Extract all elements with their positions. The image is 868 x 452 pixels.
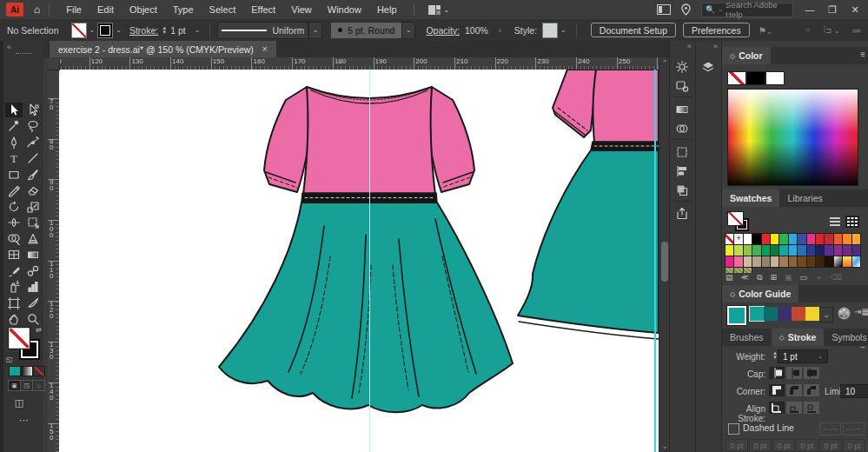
opacity-label[interactable]: Opacity: xyxy=(426,25,460,36)
tool-width[interactable] xyxy=(5,216,23,230)
tab-brushes[interactable]: Brushes xyxy=(722,329,772,346)
pathfinder-icon[interactable] xyxy=(675,183,691,199)
workspace-switcher[interactable]: ⌄ xyxy=(428,5,450,15)
tool-hand[interactable] xyxy=(5,312,23,327)
limit-color-group-icon[interactable]: ⇥▦ xyxy=(854,307,868,316)
artboard-canvas[interactable] xyxy=(59,70,659,452)
color-guide-base-swatch[interactable] xyxy=(727,306,746,325)
stroke-weight-value[interactable]: 1 pt xyxy=(170,25,186,36)
menu-effect[interactable]: Effect xyxy=(243,4,283,15)
appearance-icon[interactable] xyxy=(675,79,691,95)
tab-stroke[interactable]: ◇ Stroke xyxy=(772,329,825,346)
adjustments-icon[interactable] xyxy=(675,60,691,76)
dash-preserve-icon[interactable]: ⌐--¬ xyxy=(819,422,841,435)
draw-inside-mode-button[interactable]: ◎ xyxy=(32,380,45,391)
cap-round-button[interactable] xyxy=(786,367,802,379)
new-color-group-icon[interactable]: ⊞ xyxy=(770,273,777,282)
gradient-icon[interactable] xyxy=(675,103,691,118)
pin-icon[interactable] xyxy=(681,3,691,16)
menu-type[interactable]: Type xyxy=(165,4,202,15)
tool-curvature[interactable] xyxy=(24,135,42,150)
swatch-list-view-icon[interactable] xyxy=(828,216,842,228)
menu-edit[interactable]: Edit xyxy=(89,4,122,15)
color-guide-swatch[interactable] xyxy=(778,307,792,321)
color-guide-chevron-icon[interactable]: ⌄ xyxy=(819,307,833,322)
style-chevron-icon[interactable]: ⌄ xyxy=(560,26,567,34)
color-spectrum[interactable] xyxy=(727,89,858,186)
stroke-weight-label[interactable]: Stroke: xyxy=(129,25,158,36)
fill-chevron-icon[interactable]: ⌄ xyxy=(89,26,96,34)
transform-icon[interactable] xyxy=(675,145,691,161)
swatch-grid-view-icon[interactable] xyxy=(845,216,859,228)
touch-workspace-icon[interactable]: ⁘ xyxy=(805,26,812,35)
stroke-weight-chevron-icon[interactable]: ⌄ xyxy=(195,26,201,34)
gradient-button[interactable] xyxy=(21,366,33,376)
tool-paintbrush[interactable] xyxy=(24,167,42,182)
add-icon[interactable]: ＋ xyxy=(815,272,823,283)
align-center-button[interactable] xyxy=(769,402,785,414)
edit-toolbar-button[interactable]: ⋯ xyxy=(16,413,33,428)
menu-select[interactable]: Select xyxy=(202,4,244,15)
tool-blend[interactable] xyxy=(24,263,42,278)
tool-line-segment[interactable] xyxy=(24,151,42,166)
strip1-expand-icon[interactable]: « xyxy=(670,41,696,53)
brush-select[interactable]: 5 pt. Round xyxy=(331,23,401,38)
swatch[interactable] xyxy=(851,256,861,268)
weight-value[interactable]: 1 pt⌄ xyxy=(778,349,828,363)
tool-shape-builder[interactable] xyxy=(5,231,23,246)
artwork-dress[interactable] xyxy=(59,70,659,452)
swatch[interactable] xyxy=(851,233,861,245)
tool-pen[interactable] xyxy=(5,135,23,150)
corner-round-button[interactable] xyxy=(786,384,802,396)
restore-button[interactable]: ❐ xyxy=(826,4,838,16)
limit-value[interactable]: 10 xyxy=(840,384,868,398)
edit-color-group-icon[interactable]: ⧉ xyxy=(757,273,762,282)
export-icon[interactable] xyxy=(675,207,691,223)
fill-swatch[interactable] xyxy=(9,328,30,349)
new-swatch-icon[interactable]: ▣ xyxy=(785,273,792,282)
align-inside-button[interactable] xyxy=(786,402,802,414)
tool-selection[interactable] xyxy=(5,103,23,117)
edit-colors-icon[interactable] xyxy=(837,306,851,322)
stroke-chevron-icon[interactable]: ⌄ xyxy=(116,26,122,34)
swatch-kinds-icon[interactable]: ≪ xyxy=(741,273,749,282)
corner-miter-button[interactable] xyxy=(769,384,785,396)
menu-help[interactable]: Help xyxy=(369,4,405,15)
color-none-swatch[interactable] xyxy=(727,71,746,85)
swatch-libraries-icon[interactable]: ▤ xyxy=(726,273,733,282)
tool-scale[interactable] xyxy=(24,199,42,214)
dress-back[interactable] xyxy=(219,87,513,412)
dashed-line-checkbox[interactable] xyxy=(728,423,739,435)
dash-align-icon[interactable]: ⌐--¬ xyxy=(843,422,865,435)
color-panel-menu-icon[interactable]: ≡ xyxy=(860,50,865,59)
menu-window[interactable]: Window xyxy=(320,4,369,15)
color-guide-swatch[interactable] xyxy=(805,307,819,321)
tool-column-graph[interactable] xyxy=(24,280,42,295)
color-guide-swatch[interactable] xyxy=(792,307,805,321)
align-outside-button[interactable] xyxy=(804,402,819,414)
width-profile-chevron-icon[interactable]: ⌄ xyxy=(308,22,322,39)
none-button[interactable] xyxy=(33,366,45,376)
cap-projecting-button[interactable] xyxy=(804,367,819,379)
draw-behind-mode-button[interactable]: ◳ xyxy=(20,380,33,391)
tool-symbol-sprayer[interactable] xyxy=(5,280,23,295)
tab-close-icon[interactable]: × xyxy=(262,44,268,54)
transparency-icon[interactable] xyxy=(675,122,691,137)
opacity-panel-arrow-icon[interactable]: › xyxy=(499,26,501,35)
tool-rotate[interactable] xyxy=(5,199,23,214)
tool-shaper[interactable] xyxy=(5,183,23,198)
fill-color-chip[interactable] xyxy=(71,23,87,38)
style-chip[interactable] xyxy=(542,23,558,38)
corner-bevel-button[interactable] xyxy=(804,384,819,396)
swap-fill-stroke-icon[interactable]: ⇄ xyxy=(36,326,42,334)
tool-perspective-grid[interactable] xyxy=(24,231,42,246)
menu-object[interactable]: Object xyxy=(122,4,165,15)
minimize-button[interactable]: — xyxy=(804,4,816,15)
swatch[interactable] xyxy=(851,244,861,256)
toolbar-drag-handle[interactable] xyxy=(16,53,31,56)
tool-gradient[interactable] xyxy=(24,248,42,263)
tab-swatches[interactable]: Swatches xyxy=(722,189,779,207)
arrange-documents-icon[interactable] xyxy=(657,4,671,15)
tool-eraser[interactable] xyxy=(24,183,42,198)
color-guide-swatch[interactable] xyxy=(764,307,778,321)
